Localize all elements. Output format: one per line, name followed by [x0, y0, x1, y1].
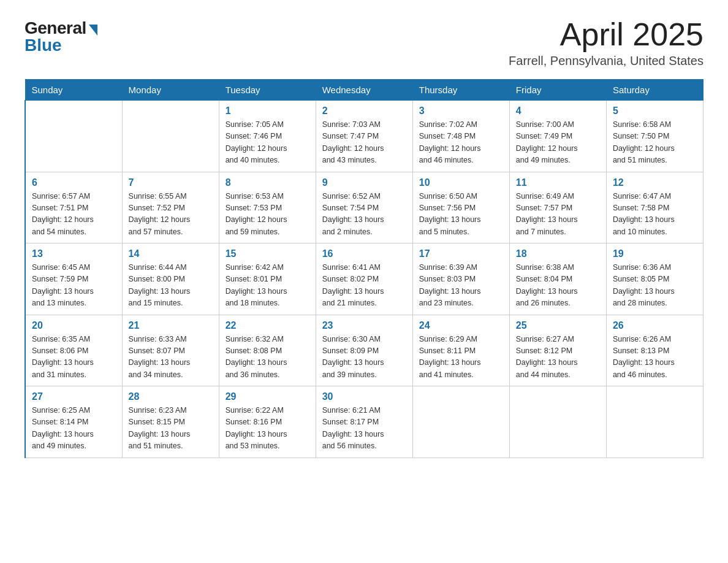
calendar-cell: 3Sunrise: 7:02 AM Sunset: 7:48 PM Daylig… [412, 101, 509, 172]
location-text: Farrell, Pennsylvania, United States [509, 54, 703, 68]
day-number: 5 [613, 105, 697, 117]
calendar-table: SundayMondayTuesdayWednesdayThursdayFrid… [25, 79, 703, 458]
day-info: Sunrise: 6:39 AM Sunset: 8:03 PM Dayligh… [419, 262, 503, 310]
day-info: Sunrise: 6:26 AM Sunset: 8:13 PM Dayligh… [613, 334, 697, 381]
day-info: Sunrise: 6:33 AM Sunset: 8:07 PM Dayligh… [129, 334, 213, 381]
day-number: 10 [419, 177, 503, 188]
calendar-cell: 27Sunrise: 6:25 AM Sunset: 8:14 PM Dayli… [25, 386, 122, 458]
day-of-week-header: Thursday [412, 80, 509, 101]
logo-blue-text: Blue [25, 36, 62, 55]
day-info: Sunrise: 6:42 AM Sunset: 8:01 PM Dayligh… [226, 262, 309, 310]
day-number: 12 [613, 177, 697, 188]
day-of-week-header: Sunday [25, 80, 122, 101]
day-of-week-header: Wednesday [316, 80, 412, 101]
day-number: 22 [226, 320, 309, 331]
day-info: Sunrise: 6:25 AM Sunset: 8:14 PM Dayligh… [32, 405, 116, 453]
day-info: Sunrise: 6:35 AM Sunset: 8:06 PM Dayligh… [32, 334, 116, 381]
day-info: Sunrise: 6:38 AM Sunset: 8:04 PM Dayligh… [516, 262, 600, 310]
day-of-week-header: Monday [122, 80, 219, 101]
day-info: Sunrise: 6:36 AM Sunset: 8:05 PM Dayligh… [613, 262, 697, 310]
calendar-cell: 12Sunrise: 6:47 AM Sunset: 7:58 PM Dayli… [606, 172, 703, 243]
day-info: Sunrise: 6:52 AM Sunset: 7:54 PM Dayligh… [322, 191, 406, 239]
day-info: Sunrise: 6:32 AM Sunset: 8:08 PM Dayligh… [226, 334, 309, 381]
calendar-cell: 22Sunrise: 6:32 AM Sunset: 8:08 PM Dayli… [219, 315, 316, 386]
logo-arrow-icon [89, 25, 97, 36]
logo: General Blue [25, 18, 97, 55]
calendar-week-row: 1Sunrise: 7:05 AM Sunset: 7:46 PM Daylig… [25, 101, 703, 172]
calendar-cell: 4Sunrise: 7:00 AM Sunset: 7:49 PM Daylig… [509, 101, 606, 172]
day-of-week-header: Friday [509, 80, 606, 101]
day-number: 3 [419, 105, 503, 117]
calendar-cell: 13Sunrise: 6:45 AM Sunset: 7:59 PM Dayli… [25, 243, 122, 315]
calendar-cell [412, 386, 509, 458]
calendar-cell: 24Sunrise: 6:29 AM Sunset: 8:11 PM Dayli… [412, 315, 509, 386]
day-number: 21 [129, 320, 213, 331]
calendar-cell: 8Sunrise: 6:53 AM Sunset: 7:53 PM Daylig… [219, 172, 316, 243]
calendar-cell: 9Sunrise: 6:52 AM Sunset: 7:54 PM Daylig… [316, 172, 412, 243]
day-number: 16 [322, 248, 406, 259]
day-number: 18 [516, 248, 600, 259]
calendar-cell [122, 101, 219, 172]
day-number: 28 [129, 391, 213, 402]
day-of-week-header: Saturday [606, 80, 703, 101]
day-number: 6 [32, 177, 116, 188]
day-info: Sunrise: 6:45 AM Sunset: 7:59 PM Dayligh… [32, 262, 116, 310]
day-number: 13 [32, 248, 116, 259]
calendar-cell: 18Sunrise: 6:38 AM Sunset: 8:04 PM Dayli… [509, 243, 606, 315]
calendar-week-row: 27Sunrise: 6:25 AM Sunset: 8:14 PM Dayli… [25, 386, 703, 458]
title-section: April 2025 Farrell, Pennsylvania, United… [509, 18, 703, 68]
day-info: Sunrise: 6:50 AM Sunset: 7:56 PM Dayligh… [419, 191, 503, 239]
calendar-cell: 10Sunrise: 6:50 AM Sunset: 7:56 PM Dayli… [412, 172, 509, 243]
day-info: Sunrise: 6:27 AM Sunset: 8:12 PM Dayligh… [516, 334, 600, 381]
calendar-cell: 29Sunrise: 6:22 AM Sunset: 8:16 PM Dayli… [219, 386, 316, 458]
day-number: 26 [613, 320, 697, 331]
month-title: April 2025 [509, 18, 703, 50]
day-number: 9 [322, 177, 406, 188]
day-info: Sunrise: 6:49 AM Sunset: 7:57 PM Dayligh… [516, 191, 600, 239]
day-info: Sunrise: 6:22 AM Sunset: 8:16 PM Dayligh… [226, 405, 309, 453]
day-number: 17 [419, 248, 503, 259]
day-number: 23 [322, 320, 406, 331]
day-number: 7 [129, 177, 213, 188]
page-header: General Blue April 2025 Farrell, Pennsyl… [25, 18, 703, 68]
calendar-week-row: 6Sunrise: 6:57 AM Sunset: 7:51 PM Daylig… [25, 172, 703, 243]
day-info: Sunrise: 6:44 AM Sunset: 8:00 PM Dayligh… [129, 262, 213, 310]
day-number: 20 [32, 320, 116, 331]
day-info: Sunrise: 6:57 AM Sunset: 7:51 PM Dayligh… [32, 191, 116, 239]
day-info: Sunrise: 6:23 AM Sunset: 8:15 PM Dayligh… [129, 405, 213, 453]
calendar-week-row: 20Sunrise: 6:35 AM Sunset: 8:06 PM Dayli… [25, 315, 703, 386]
calendar-cell: 17Sunrise: 6:39 AM Sunset: 8:03 PM Dayli… [412, 243, 509, 315]
day-info: Sunrise: 7:02 AM Sunset: 7:48 PM Dayligh… [419, 119, 503, 167]
day-number: 11 [516, 177, 600, 188]
calendar-week-row: 13Sunrise: 6:45 AM Sunset: 7:59 PM Dayli… [25, 243, 703, 315]
calendar-cell [606, 386, 703, 458]
calendar-cell: 21Sunrise: 6:33 AM Sunset: 8:07 PM Dayli… [122, 315, 219, 386]
day-info: Sunrise: 6:55 AM Sunset: 7:52 PM Dayligh… [129, 191, 213, 239]
calendar-cell: 15Sunrise: 6:42 AM Sunset: 8:01 PM Dayli… [219, 243, 316, 315]
day-of-week-header: Tuesday [219, 80, 316, 101]
day-info: Sunrise: 6:41 AM Sunset: 8:02 PM Dayligh… [322, 262, 406, 310]
calendar-header-row: SundayMondayTuesdayWednesdayThursdayFrid… [25, 80, 703, 101]
day-info: Sunrise: 6:58 AM Sunset: 7:50 PM Dayligh… [613, 119, 697, 167]
calendar-cell: 1Sunrise: 7:05 AM Sunset: 7:46 PM Daylig… [219, 101, 316, 172]
day-info: Sunrise: 6:53 AM Sunset: 7:53 PM Dayligh… [226, 191, 309, 239]
calendar-cell: 28Sunrise: 6:23 AM Sunset: 8:15 PM Dayli… [122, 386, 219, 458]
day-info: Sunrise: 6:30 AM Sunset: 8:09 PM Dayligh… [322, 334, 406, 381]
day-number: 25 [516, 320, 600, 331]
day-number: 29 [226, 391, 309, 402]
calendar-cell: 20Sunrise: 6:35 AM Sunset: 8:06 PM Dayli… [25, 315, 122, 386]
day-info: Sunrise: 6:29 AM Sunset: 8:11 PM Dayligh… [419, 334, 503, 381]
day-number: 19 [613, 248, 697, 259]
calendar-cell: 16Sunrise: 6:41 AM Sunset: 8:02 PM Dayli… [316, 243, 412, 315]
day-number: 8 [226, 177, 309, 188]
calendar-cell [509, 386, 606, 458]
calendar-cell: 23Sunrise: 6:30 AM Sunset: 8:09 PM Dayli… [316, 315, 412, 386]
day-number: 24 [419, 320, 503, 331]
day-info: Sunrise: 7:03 AM Sunset: 7:47 PM Dayligh… [322, 119, 406, 167]
day-info: Sunrise: 7:00 AM Sunset: 7:49 PM Dayligh… [516, 119, 600, 167]
calendar-cell: 6Sunrise: 6:57 AM Sunset: 7:51 PM Daylig… [25, 172, 122, 243]
calendar-cell: 7Sunrise: 6:55 AM Sunset: 7:52 PM Daylig… [122, 172, 219, 243]
calendar-cell: 19Sunrise: 6:36 AM Sunset: 8:05 PM Dayli… [606, 243, 703, 315]
calendar-cell: 25Sunrise: 6:27 AM Sunset: 8:12 PM Dayli… [509, 315, 606, 386]
day-number: 4 [516, 105, 600, 117]
